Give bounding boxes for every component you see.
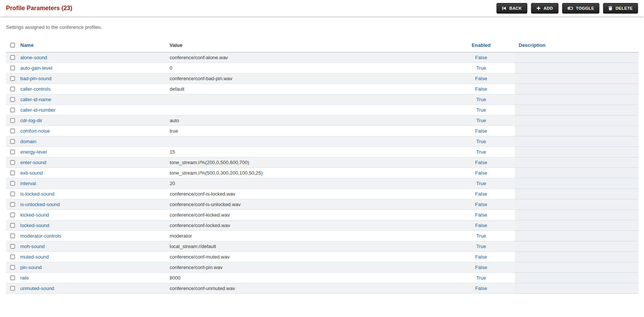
row-checkbox[interactable] (10, 118, 15, 123)
row-checkbox[interactable] (10, 223, 15, 228)
trash-icon (608, 6, 612, 10)
param-description (515, 262, 638, 273)
param-enabled-link[interactable]: True (476, 233, 486, 239)
row-checkbox[interactable] (10, 212, 15, 217)
param-name-link[interactable]: rate (20, 275, 29, 281)
param-enabled-link[interactable]: True (476, 97, 486, 102)
param-value: local_stream://default (170, 244, 447, 249)
param-name-link[interactable]: kicked-sound (20, 212, 49, 218)
table-row: is-unlocked-soundconference/conf-is-unlo… (6, 199, 638, 210)
param-value: moderator (170, 233, 447, 239)
param-name-link[interactable]: auto-gain-level (20, 65, 52, 71)
row-checkbox[interactable] (10, 139, 15, 144)
row-checkbox[interactable] (10, 286, 15, 291)
back-button[interactable]: BACK (497, 3, 527, 13)
param-enabled-link[interactable]: False (475, 76, 487, 81)
param-name-link[interactable]: bad-pin-sound (20, 76, 51, 81)
param-name-link[interactable]: interval (20, 181, 36, 186)
row-checkbox[interactable] (10, 275, 15, 280)
row-checkbox[interactable] (10, 129, 15, 133)
param-description (515, 199, 638, 210)
column-header-name[interactable]: Name (20, 42, 170, 48)
row-checkbox[interactable] (10, 66, 15, 70)
param-enabled-link[interactable]: False (475, 202, 487, 207)
param-name-link[interactable]: is-unlocked-sound (20, 202, 60, 207)
param-enabled-link[interactable]: True (476, 118, 486, 123)
select-all-checkbox[interactable] (10, 43, 15, 48)
table-row: locked-soundconference/conf-locked.wavFa… (6, 220, 638, 231)
param-description (515, 52, 638, 63)
param-name-link[interactable]: enter-sound (20, 160, 46, 165)
toggle-icon (567, 6, 573, 10)
param-name-link[interactable]: moderator-controls (20, 233, 61, 239)
param-enabled-link[interactable]: True (476, 149, 486, 155)
param-enabled-link[interactable]: True (476, 65, 486, 71)
column-header-enabled[interactable]: Enabled (447, 42, 515, 48)
param-name-link[interactable]: cdr-log-dir (20, 118, 42, 123)
param-enabled-link[interactable]: False (475, 55, 487, 60)
column-header-description[interactable]: Description (515, 38, 638, 52)
param-enabled-link[interactable]: False (475, 212, 487, 218)
param-enabled-link[interactable]: False (475, 170, 487, 176)
row-checkbox[interactable] (10, 181, 15, 186)
row-checkbox[interactable] (10, 108, 15, 112)
param-enabled-link[interactable]: False (475, 223, 487, 228)
param-enabled-link[interactable]: False (475, 265, 487, 270)
table-row: kicked-soundconference/conf-kicked.wavFa… (6, 210, 638, 220)
param-enabled-link[interactable]: True (476, 139, 486, 144)
parameters-table: Name Value Enabled Description alone-sou… (6, 38, 638, 294)
row-checkbox[interactable] (10, 265, 15, 270)
param-name-link[interactable]: unmuted-sound (20, 286, 54, 291)
row-checkbox[interactable] (10, 170, 15, 175)
row-checkbox[interactable] (10, 97, 15, 102)
param-name-link[interactable]: comfort-noise (20, 128, 50, 134)
row-checkbox[interactable] (10, 233, 15, 238)
param-enabled-link[interactable]: True (476, 244, 486, 249)
toggle-button-label: TOGGLE (576, 6, 594, 10)
row-checkbox[interactable] (10, 254, 15, 259)
param-value: 20 (170, 181, 447, 186)
param-value: default (170, 86, 447, 92)
param-enabled-link[interactable]: False (475, 128, 487, 134)
param-name-link[interactable]: exit-sound (20, 170, 43, 176)
param-enabled-link[interactable]: True (476, 275, 486, 281)
table-row: unmuted-soundconference/conf-unmuted.wav… (6, 283, 638, 294)
param-description (515, 241, 638, 252)
param-enabled-link[interactable]: True (476, 181, 486, 186)
param-name-link[interactable]: pin-sound (20, 265, 42, 270)
row-checkbox[interactable] (10, 55, 15, 60)
delete-button[interactable]: DELETE (603, 3, 638, 13)
table-row: bad-pin-soundconference/conf-bad-pin.wav… (6, 73, 638, 84)
param-name-link[interactable]: caller-id-name (20, 97, 51, 102)
param-name-link[interactable]: muted-sound (20, 254, 49, 260)
page-description: Settings assigned to the conference prof… (6, 24, 638, 30)
param-enabled-link[interactable]: False (475, 286, 487, 291)
param-enabled-link[interactable]: False (475, 160, 487, 165)
param-name-link[interactable]: caller-id-number (20, 107, 56, 113)
param-enabled-link[interactable]: True (476, 107, 486, 113)
row-checkbox[interactable] (10, 191, 15, 196)
row-checkbox[interactable] (10, 202, 15, 207)
param-name-link[interactable]: energy-level (20, 149, 47, 155)
row-checkbox[interactable] (10, 160, 15, 165)
skip-back-icon (502, 6, 506, 10)
toggle-button[interactable]: TOGGLE (562, 3, 600, 13)
param-name-link[interactable]: is-locked-sound (20, 191, 54, 197)
row-checkbox[interactable] (10, 244, 15, 249)
add-button[interactable]: ADD (531, 3, 558, 13)
row-checkbox[interactable] (10, 87, 15, 91)
param-description (515, 231, 638, 241)
param-value: conference/conf-muted.wav (170, 254, 447, 260)
param-value: true (170, 128, 447, 134)
param-name-link[interactable]: alone-sound (20, 55, 47, 60)
param-enabled-link[interactable]: False (475, 191, 487, 197)
param-name-link[interactable]: domain (20, 139, 36, 144)
param-name-link[interactable]: locked-sound (20, 223, 49, 228)
row-checkbox[interactable] (10, 150, 15, 154)
param-name-link[interactable]: caller-controls (20, 86, 51, 92)
param-enabled-link[interactable]: False (475, 254, 487, 260)
param-name-link[interactable]: moh-sound (20, 244, 45, 249)
column-header-value[interactable]: Value (170, 42, 447, 48)
param-enabled-link[interactable]: False (475, 86, 487, 92)
row-checkbox[interactable] (10, 76, 15, 81)
